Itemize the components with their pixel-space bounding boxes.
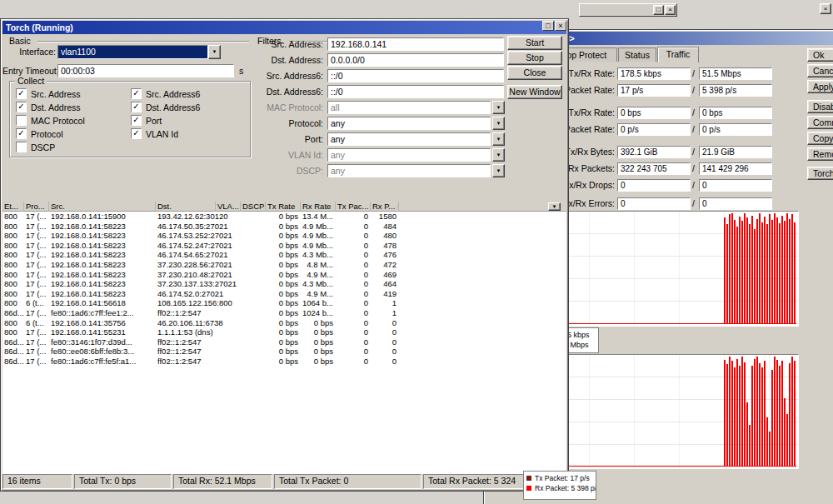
cell-tx-packet: 0 [336, 212, 371, 222]
start-button[interactable]: Start [507, 36, 562, 50]
maximize-button[interactable]: □ [542, 21, 554, 31]
cell-tx-rate: 0 bps [266, 347, 301, 357]
dscp-combobox[interactable]: any [327, 164, 491, 177]
dropdown-arrow[interactable]: ▼ [492, 132, 505, 146]
column-chooser-arrow[interactable]: ▼ [548, 202, 561, 211]
restore-button[interactable]: □ [653, 5, 664, 15]
cancel-button[interactable]: Cancel [807, 64, 833, 77]
torch-window-title: Torch (Running) [6, 22, 73, 32]
src-address6-input[interactable]: ::/0 [327, 69, 504, 82]
close-button[interactable]: × [665, 5, 676, 15]
table-row[interactable]: 800 17 (... 192.168.0.141:58223 37.230.2… [2, 260, 566, 270]
dst-address-input[interactable]: 0.0.0.0/0 [327, 53, 504, 67]
ok-button[interactable]: Ok [807, 48, 833, 62]
table-row[interactable]: 800 17 (... 192.168.0.141:58223 46.174.5… [2, 222, 566, 232]
cell-protocol: 17 (... [24, 270, 49, 280]
table-row[interactable]: 800 17 (... 192.168.0.141:58223 46.174.5… [2, 241, 566, 251]
dropdown-arrow[interactable]: ▼ [492, 117, 505, 130]
copy-button[interactable]: Copy [807, 132, 833, 145]
mac-protocol-combobox[interactable]: all [327, 101, 491, 114]
separator: / [692, 84, 695, 97]
cell-src: 192.168.0.141:58223 [49, 279, 156, 289]
cell-dst: 46.20.106.11:6738 [156, 318, 216, 328]
cell-tx-packet: 0 [336, 357, 371, 367]
column-header-dst[interactable]: Dst. [156, 202, 216, 212]
table-row[interactable]: 800 6 (t... 192.168.0.141:56618 108.165.… [2, 298, 566, 308]
cell-protocol: 17 (... [24, 308, 49, 318]
table-row[interactable]: 86d... 17 (... fe80::1ad6:c7ff:fe5f:a1..… [2, 357, 566, 367]
cell-rx-packet: 1 [371, 308, 399, 318]
column-header-rx-rate[interactable]: Rx Rate [301, 202, 336, 212]
cell-vlan [216, 308, 241, 318]
stop-button[interactable]: Stop [507, 51, 562, 65]
cell-ethertype: 800 [2, 289, 24, 299]
column-header-tx-rate[interactable]: Tx Rate [266, 202, 301, 212]
dropdown-arrow[interactable]: ▼ [492, 101, 505, 114]
tx-bytes-value: 392.1 GiB [617, 146, 691, 158]
cell-tx-rate: 0 bps [266, 337, 301, 347]
table-row[interactable]: 86d... 17 (... fe80::1ad6:c7ff:fee1:2...… [2, 308, 566, 318]
table-row[interactable]: 86d... 17 (... fe80::ee08:6bff:fe8b:3...… [2, 347, 566, 357]
filter-dst-address6: Dst. Address6: ::/0 [2, 85, 566, 98]
separator: / [692, 162, 695, 175]
cell-rx-packet: 0 [371, 337, 399, 347]
new-window-button[interactable]: New Window [507, 85, 562, 99]
cell-ethertype: 800 [2, 241, 24, 251]
table-row[interactable]: 800 17 (... 192.168.0.141:58223 37.230.2… [2, 270, 566, 280]
cell-dst: 193.42.12.62:30120 [156, 212, 216, 222]
column-header-src[interactable]: Src. [49, 202, 156, 212]
cell-tx-rate: 0 bps [266, 270, 301, 280]
table-row[interactable]: 800 17 (... 192.168.0.141:58223 46.174.5… [2, 231, 566, 241]
port-combobox[interactable]: any [327, 132, 491, 146]
tx-packet-legend-label: Tx Packet: 17 p/s [535, 474, 590, 482]
column-header-protocol[interactable]: Pro... [24, 202, 49, 212]
filter-vlan-id: VLAN Id: any ▼ [2, 148, 566, 162]
table-row[interactable]: 800 17 (... 192.168.0.141:55231 1.1.1.1:… [2, 327, 566, 337]
cell-ethertype: 800 [2, 231, 24, 241]
filter-label: Dst. Address6: [242, 85, 323, 98]
close-button[interactable]: × [555, 21, 566, 31]
apply-button[interactable]: Apply [807, 80, 833, 93]
cell-tx-packet: 0 [336, 260, 371, 270]
close-button[interactable]: Close [507, 66, 562, 80]
column-header-vlan[interactable]: VLA... [216, 202, 241, 212]
comment-button[interactable]: Comment [807, 116, 833, 129]
table-row[interactable]: 800 17 (... 192.168.0.141:58223 37.230.1… [2, 279, 566, 289]
src-address-input[interactable]: 192.168.0.141 [327, 37, 504, 51]
cell-rx-rate: 4.3 Mb... [301, 250, 336, 260]
remove-button[interactable]: Remove [807, 147, 833, 161]
table-row[interactable]: 800 17 (... 192.168.0.141:58223 46.174.5… [2, 250, 566, 260]
cell-dscp [241, 327, 266, 337]
torch-client-area: Basic Interface: vlan1100 ▼ Entry Timeou… [2, 34, 566, 489]
table-row[interactable]: 86d... 17 (... fe80::3146:1f07:d39d... f… [2, 337, 566, 347]
tab-traffic[interactable]: Traffic [657, 47, 699, 62]
tab-status[interactable]: Status [618, 47, 656, 62]
protocol-combobox[interactable]: any [327, 117, 491, 130]
torch-window-titlebar[interactable]: Torch (Running) [2, 21, 566, 34]
cell-src: fe80::1ad6:c7ff:fe5f:a1... [49, 357, 156, 367]
column-header-tx-packet[interactable]: Tx Pac... [336, 202, 371, 212]
cell-dst: 37.230.228.56:27021 [156, 260, 216, 270]
total-rx: Total Rx: 52.1 Mbps [173, 474, 272, 489]
torch-button[interactable]: Torch [807, 167, 833, 180]
dropdown-arrow[interactable]: ▼ [492, 164, 505, 177]
column-header-ethertype[interactable]: Et... [2, 202, 24, 212]
cell-tx-rate: 0 bps [266, 250, 301, 260]
vlan-id-combobox[interactable]: any [327, 148, 491, 162]
cell-rx-rate: 1024 b... [301, 308, 336, 318]
column-header-dscp[interactable]: DSCP [241, 202, 266, 212]
dst-address6-input[interactable]: ::/0 [327, 85, 504, 98]
cell-vlan [216, 357, 241, 367]
filter-label: MAC Protocol: [242, 101, 323, 114]
corner-close-button[interactable]: × [820, 3, 831, 14]
dropdown-arrow[interactable]: ▼ [492, 148, 505, 162]
table-row[interactable]: 800 17 (... 192.168.0.141:15900 193.42.1… [2, 212, 566, 222]
cell-vlan [216, 347, 241, 357]
column-header-rx-packet[interactable]: Rx P...▼ [371, 202, 399, 212]
cell-protocol: 17 (... [24, 279, 49, 289]
disable-button[interactable]: Disable [807, 100, 833, 113]
table-row[interactable]: 800 6 (t... 192.168.0.141:35756 46.20.10… [2, 318, 566, 328]
filter-mac-protocol: MAC Protocol: all ▼ [2, 101, 566, 114]
table-row[interactable]: 800 17 (... 192.168.0.141:58223 46.174.5… [2, 289, 566, 299]
filter-label: Dst. Address: [242, 53, 323, 67]
